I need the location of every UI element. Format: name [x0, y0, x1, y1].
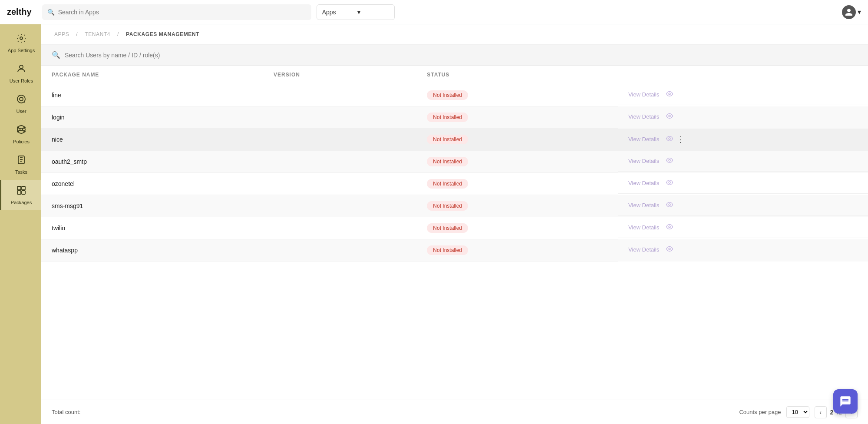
svg-line-12 [18, 130, 20, 132]
status-badge: Not Installed [427, 201, 468, 211]
svg-rect-21 [22, 191, 25, 194]
table-row: oauth2_smtp Not Installed View Details [41, 151, 868, 173]
tasks-icon [16, 155, 26, 168]
sidebar-item-policies[interactable]: Policies [0, 119, 41, 149]
user-icon [16, 94, 26, 107]
chat-button[interactable] [833, 389, 858, 414]
svg-point-28 [669, 226, 670, 228]
content-search-input[interactable] [65, 52, 858, 59]
content-search-bar[interactable]: 🔍 [41, 45, 868, 66]
view-details-link[interactable]: View Details [628, 202, 659, 209]
global-search-input[interactable] [58, 9, 306, 16]
eye-icon[interactable] [666, 157, 673, 165]
package-name-cell: line [41, 84, 263, 106]
status-badge: Not Installed [427, 113, 468, 122]
sidebar: App Settings User Roles User Policies Ta [0, 24, 41, 424]
eye-icon[interactable] [666, 113, 673, 121]
actions-cell: View Details ⋮ [618, 129, 868, 151]
more-options-icon[interactable]: ⋮ [677, 135, 684, 144]
table-row: login Not Installed View Details [41, 106, 868, 129]
version-cell [263, 106, 416, 129]
table-row: ozonetel Not Installed View Details [41, 173, 868, 195]
breadcrumb-sep1: / [76, 31, 78, 37]
status-badge: Not Installed [427, 223, 468, 233]
chevron-down-icon: ▾ [357, 9, 389, 16]
eye-icon[interactable] [666, 201, 673, 209]
view-details-link[interactable]: View Details [628, 113, 659, 120]
svg-point-24 [669, 138, 670, 139]
svg-point-22 [669, 93, 670, 95]
version-cell [263, 217, 416, 239]
view-details-link[interactable]: View Details [628, 224, 659, 231]
breadcrumb-tenant4[interactable]: TENANT4 [85, 31, 110, 37]
view-details-link[interactable]: View Details [628, 180, 659, 186]
total-count: Total count: [52, 409, 81, 415]
topnav: zelthy 🔍 Apps ▾ ▾ [0, 0, 868, 24]
actions-cell: View Details [618, 195, 868, 216]
view-details-link[interactable]: View Details [628, 246, 659, 253]
topnav-right: ▾ [842, 5, 861, 19]
view-details-link[interactable]: View Details [628, 136, 659, 142]
table-row: line Not Installed View Details [41, 84, 868, 106]
col-header-package-name: PACKAGE NAME [41, 66, 263, 84]
eye-icon[interactable] [666, 179, 673, 187]
table-row: whataspp Not Installed View Details [41, 239, 868, 262]
svg-rect-20 [17, 191, 21, 194]
svg-point-23 [669, 115, 670, 117]
sidebar-item-label-user-roles: User Roles [10, 78, 33, 83]
svg-line-13 [23, 130, 25, 132]
search-icon: 🔍 [47, 9, 55, 16]
sidebar-item-packages[interactable]: Packages [0, 180, 41, 210]
packages-table-container: PACKAGE NAME VERSION STATUS line Not Ins… [41, 66, 868, 400]
version-cell [263, 239, 416, 262]
eye-icon[interactable] [666, 135, 673, 143]
sidebar-item-tasks[interactable]: Tasks [0, 149, 41, 180]
sidebar-item-user-roles[interactable]: User Roles [0, 58, 41, 89]
table-row: sms-msg91 Not Installed View Details [41, 195, 868, 217]
prev-page-button[interactable]: ‹ [815, 406, 827, 418]
view-details-link[interactable]: View Details [628, 91, 659, 98]
actions-cell: View Details [618, 151, 868, 172]
breadcrumb-sep2: / [117, 31, 119, 37]
version-cell [263, 129, 416, 151]
apps-dropdown-label: Apps [322, 9, 354, 16]
sidebar-item-app-settings[interactable]: App Settings [0, 28, 41, 58]
package-name-cell: sms-msg91 [41, 195, 263, 217]
global-search-bar[interactable]: 🔍 [42, 4, 311, 20]
sidebar-item-label-app-settings: App Settings [8, 48, 35, 53]
version-cell [263, 195, 416, 217]
svg-point-29 [669, 248, 670, 250]
svg-rect-18 [17, 186, 21, 190]
eye-icon[interactable] [666, 245, 673, 254]
counts-per-page-select[interactable]: 10 25 50 [786, 406, 809, 418]
status-badge: Not Installed [427, 179, 468, 189]
status-cell: Not Installed [416, 195, 618, 217]
packages-table: PACKAGE NAME VERSION STATUS line Not Ins… [41, 66, 868, 262]
status-badge: Not Installed [427, 135, 468, 144]
view-details-link[interactable]: View Details [628, 158, 659, 164]
status-cell: Not Installed [416, 151, 618, 173]
table-footer: Total count: Counts per page 10 25 50 ‹ … [41, 400, 868, 424]
main-content: APPS / TENANT4 / PACKAGES MANAGEMENT 🔍 P… [41, 24, 868, 424]
actions-cell: View Details [618, 84, 868, 105]
logo: zelthy [7, 7, 32, 17]
breadcrumb-apps[interactable]: APPS [54, 31, 69, 37]
sidebar-item-user[interactable]: User [0, 89, 41, 119]
svg-line-11 [23, 128, 25, 129]
eye-icon[interactable] [666, 90, 673, 99]
status-cell: Not Installed [416, 106, 618, 129]
gear-icon [16, 33, 26, 46]
package-name-cell: twilio [41, 217, 263, 239]
apps-dropdown[interactable]: Apps ▾ [317, 4, 395, 20]
user-roles-icon [16, 63, 26, 76]
eye-icon[interactable] [666, 223, 673, 232]
package-name-cell: nice [41, 129, 263, 151]
svg-point-0 [20, 37, 23, 40]
user-avatar-button[interactable]: ▾ [842, 5, 861, 19]
col-header-actions [618, 66, 868, 84]
status-cell: Not Installed [416, 84, 618, 106]
col-header-version: VERSION [263, 66, 416, 84]
sidebar-item-label-user: User [16, 109, 26, 114]
svg-rect-14 [18, 156, 24, 164]
sidebar-item-label-policies: Policies [13, 139, 30, 144]
